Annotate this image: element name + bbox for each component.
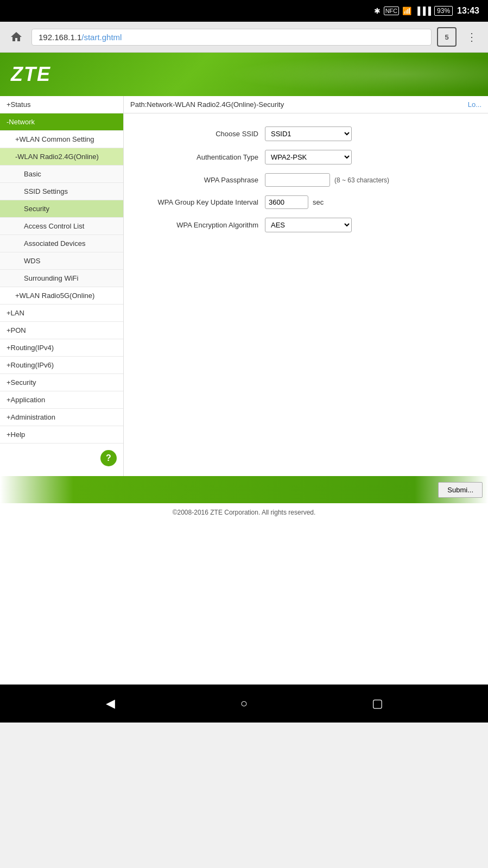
sidebar-label-wds: WDS: [24, 257, 40, 265]
sidebar-item-help[interactable]: +Help: [0, 426, 123, 443]
sidebar-item-routing-ipv4[interactable]: +Routing(IPv4): [0, 339, 123, 357]
sidebar-item-wds[interactable]: WDS: [0, 252, 123, 270]
submit-button[interactable]: Submi...: [438, 482, 483, 498]
sidebar-item-application[interactable]: +Application: [0, 391, 123, 409]
form-row-encryption: WPA Encryption Algorithm AES TKIP AES/TK…: [135, 218, 477, 232]
browser-chrome: 192.168.1.1/start.ghtml 5 ⋮: [0, 22, 488, 53]
control-auth-type: None WEP WPA-PSK WPA2-PSK WPA/WPA2-PSK: [265, 150, 352, 164]
url-base: 192.168.1.1: [39, 33, 81, 42]
sidebar-label-wlan-radio-2g: -WLAN Radio2.4G(Online): [15, 153, 99, 161]
label-auth-type: Authentication Type: [135, 153, 265, 161]
passphrase-hint: (8 ~ 63 characters): [334, 176, 389, 184]
sidebar-label-lan: +LAN: [7, 309, 24, 317]
sidebar-label-status: +Status: [7, 100, 30, 109]
form-row-passphrase: WPA Passphrase (8 ~ 63 characters): [135, 173, 477, 187]
battery-icon: 93%: [434, 6, 453, 16]
clock: 13:43: [457, 6, 479, 16]
sidebar-label-wlan-radio-5g: +WLAN Radio5G(Online): [15, 292, 94, 300]
sidebar-label-acl: Access Control List: [24, 222, 84, 230]
help-button-area: ?: [0, 443, 123, 473]
sidebar-item-security-top[interactable]: +Security: [0, 374, 123, 391]
home-button[interactable]: [7, 27, 26, 47]
sidebar-label-help: +Help: [7, 430, 25, 439]
sidebar-item-associated-devices[interactable]: Associated Devices: [0, 235, 123, 252]
nfc-icon: NFC: [384, 7, 400, 15]
sidebar-label-pon: +PON: [7, 326, 26, 334]
input-group-key-interval[interactable]: [265, 195, 308, 209]
copyright-bar: ©2008-2016 ZTE Corporation. All rights r…: [0, 503, 488, 522]
back-button[interactable]: ◀: [99, 693, 121, 714]
url-path: /start.ghtml: [81, 33, 122, 42]
select-ssid[interactable]: SSID1 SSID2 SSID3 SSID4: [265, 126, 352, 141]
sidebar-label-security: Security: [24, 205, 49, 213]
sidebar-item-pon[interactable]: +PON: [0, 322, 123, 339]
sidebar-label-basic: Basic: [24, 170, 41, 178]
breadcrumb-path: Path:Network-WLAN Radio2.4G(Online)-Secu…: [130, 100, 284, 109]
status-icons: ✱ NFC 📶 ▐▐▐ 93%: [374, 6, 453, 16]
sidebar-item-surrounding-wifi[interactable]: Surrounding WiFi: [0, 270, 123, 287]
label-wpa-passphrase: WPA Passphrase: [135, 176, 265, 184]
tab-count[interactable]: 5: [437, 27, 457, 47]
sidebar-item-lan[interactable]: +LAN: [0, 305, 123, 322]
sidebar-label-ssid-settings: SSID Settings: [24, 187, 68, 195]
sidebar-label-administration: +Administration: [7, 413, 55, 421]
browser-menu-button[interactable]: ⋮: [462, 27, 481, 47]
home-nav-button[interactable]: ○: [233, 693, 255, 714]
help-circle-button[interactable]: ?: [100, 450, 117, 466]
label-choose-ssid: Choose SSID: [135, 130, 265, 138]
control-group-key: sec: [265, 195, 324, 209]
page-footer: Submi...: [0, 476, 488, 503]
sidebar-item-ssid-settings[interactable]: SSID Settings: [0, 183, 123, 200]
zte-logo: ZTE: [11, 63, 51, 86]
zte-header: ZTE: [0, 53, 488, 96]
sidebar-label-routing-ipv6: +Routing(IPv6): [7, 361, 54, 369]
sidebar-item-basic[interactable]: Basic: [0, 166, 123, 183]
content-area: Path:Network-WLAN Radio2.4G(Online)-Secu…: [124, 96, 488, 476]
sidebar-label-surrounding-wifi: Surrounding WiFi: [24, 274, 78, 282]
sidebar-item-wlan-radio-2g[interactable]: -WLAN Radio2.4G(Online): [0, 148, 123, 166]
sidebar-label-associated-devices: Associated Devices: [24, 239, 85, 248]
empty-area: [0, 522, 488, 685]
form-area: Choose SSID SSID1 SSID2 SSID3 SSID4 Auth…: [124, 113, 488, 254]
recent-apps-button[interactable]: ▢: [367, 693, 389, 714]
select-encryption[interactable]: AES TKIP AES/TKIP: [265, 218, 352, 232]
status-bar: ✱ NFC 📶 ▐▐▐ 93% 13:43: [0, 0, 488, 22]
sidebar-item-network[interactable]: -Network: [0, 113, 123, 131]
wifi-icon: 📶: [402, 7, 411, 15]
address-bar[interactable]: 192.168.1.1/start.ghtml: [31, 29, 432, 46]
android-nav-bar: ◀ ○ ▢: [0, 685, 488, 723]
sidebar-item-security[interactable]: Security: [0, 200, 123, 218]
form-row-auth-type: Authentication Type None WEP WPA-PSK WPA…: [135, 150, 477, 164]
sidebar-item-acl[interactable]: Access Control List: [0, 218, 123, 235]
sidebar-label-wlan-common: +WLAN Common Setting: [15, 135, 94, 143]
sidebar-item-routing-ipv6[interactable]: +Routing(IPv6): [0, 357, 123, 374]
bluetooth-icon: ✱: [374, 7, 381, 15]
sidebar-label-network: -Network: [7, 118, 35, 126]
label-encryption: WPA Encryption Algorithm: [135, 221, 265, 229]
input-wpa-passphrase[interactable]: [265, 173, 330, 187]
select-auth-type[interactable]: None WEP WPA-PSK WPA2-PSK WPA/WPA2-PSK: [265, 150, 352, 164]
battery-level: 93: [437, 7, 444, 15]
sidebar-item-wlan-common[interactable]: +WLAN Common Setting: [0, 131, 123, 148]
label-group-key: WPA Group Key Update Interval: [135, 198, 265, 206]
sidebar-label-security-top: +Security: [7, 378, 36, 387]
control-encryption: AES TKIP AES/TKIP: [265, 218, 352, 232]
sidebar-item-wlan-radio-5g[interactable]: +WLAN Radio5G(Online): [0, 287, 123, 305]
logout-link[interactable]: Lo...: [468, 100, 481, 109]
control-choose-ssid: SSID1 SSID2 SSID3 SSID4: [265, 126, 352, 141]
form-row-group-key: WPA Group Key Update Interval sec: [135, 195, 477, 209]
sidebar-label-routing-ipv4: +Routing(IPv4): [7, 344, 54, 352]
sidebar-nav: +Status -Network +WLAN Common Setting -W…: [0, 96, 123, 473]
breadcrumb: Path:Network-WLAN Radio2.4G(Online)-Secu…: [124, 96, 488, 113]
control-wpa-passphrase: (8 ~ 63 characters): [265, 173, 389, 187]
signal-icon: ▐▐▐: [415, 7, 431, 15]
copyright-text: ©2008-2016 ZTE Corporation. All rights r…: [173, 509, 316, 516]
sidebar-label-application: +Application: [7, 396, 45, 404]
sidebar-item-status[interactable]: +Status: [0, 96, 123, 113]
sidebar: +Status -Network +WLAN Common Setting -W…: [0, 96, 124, 476]
group-key-unit: sec: [313, 198, 324, 206]
form-row-ssid: Choose SSID SSID1 SSID2 SSID3 SSID4: [135, 126, 477, 141]
sidebar-item-administration[interactable]: +Administration: [0, 409, 123, 426]
main-layout: +Status -Network +WLAN Common Setting -W…: [0, 96, 488, 476]
